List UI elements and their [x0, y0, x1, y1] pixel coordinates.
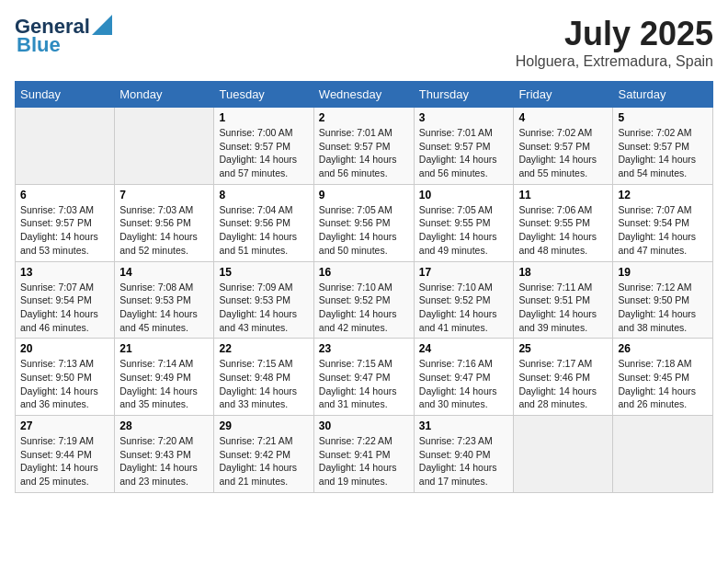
- title-block: July 2025 Holguera, Extremadura, Spain: [516, 15, 713, 70]
- weekday-header: Wednesday: [313, 82, 414, 108]
- month-title: July 2025: [516, 15, 713, 53]
- calendar-cell: 18Sunrise: 7:11 AMSunset: 9:51 PMDayligh…: [514, 261, 613, 339]
- calendar-cell: 5Sunrise: 7:02 AMSunset: 9:57 PMDaylight…: [613, 108, 713, 185]
- calendar-cell: 21Sunrise: 7:14 AMSunset: 9:49 PMDayligh…: [115, 339, 214, 416]
- calendar-week-row: 20Sunrise: 7:13 AMSunset: 9:50 PMDayligh…: [16, 339, 713, 416]
- calendar-week-row: 13Sunrise: 7:07 AMSunset: 9:54 PMDayligh…: [16, 261, 713, 339]
- calendar-body: 1Sunrise: 7:00 AMSunset: 9:57 PMDaylight…: [16, 108, 713, 493]
- day-info: Sunrise: 7:13 AMSunset: 9:50 PMDaylight:…: [20, 357, 109, 411]
- day-info: Sunrise: 7:20 AMSunset: 9:43 PMDaylight:…: [119, 434, 209, 488]
- day-info: Sunrise: 7:12 AMSunset: 9:50 PMDaylight:…: [618, 281, 708, 335]
- day-info: Sunrise: 7:14 AMSunset: 9:49 PMDaylight:…: [119, 357, 209, 411]
- calendar-cell: 11Sunrise: 7:06 AMSunset: 9:55 PMDayligh…: [514, 184, 613, 261]
- day-number: 31: [419, 419, 509, 432]
- logo-blue: Blue: [17, 33, 61, 57]
- calendar-cell: 12Sunrise: 7:07 AMSunset: 9:54 PMDayligh…: [613, 184, 713, 261]
- day-number: 22: [219, 342, 308, 355]
- calendar-cell: 26Sunrise: 7:18 AMSunset: 9:45 PMDayligh…: [613, 339, 713, 416]
- day-info: Sunrise: 7:07 AMSunset: 9:54 PMDaylight:…: [618, 203, 708, 258]
- calendar-cell: 20Sunrise: 7:13 AMSunset: 9:50 PMDayligh…: [16, 339, 115, 416]
- calendar-week-row: 27Sunrise: 7:19 AMSunset: 9:44 PMDayligh…: [16, 416, 713, 493]
- calendar-week-row: 1Sunrise: 7:00 AMSunset: 9:57 PMDaylight…: [16, 108, 713, 185]
- day-info: Sunrise: 7:19 AMSunset: 9:44 PMDaylight:…: [20, 434, 109, 488]
- day-info: Sunrise: 7:01 AMSunset: 9:57 PMDaylight:…: [419, 126, 509, 180]
- page-header: General Blue July 2025 Holguera, Extrema…: [15, 15, 713, 70]
- day-info: Sunrise: 7:10 AMSunset: 9:52 PMDaylight:…: [419, 281, 509, 335]
- day-number: 3: [419, 111, 509, 124]
- day-number: 30: [319, 419, 409, 432]
- calendar-cell: 9Sunrise: 7:05 AMSunset: 9:56 PMDaylight…: [313, 184, 414, 261]
- calendar-cell: 3Sunrise: 7:01 AMSunset: 9:57 PMDaylight…: [414, 108, 514, 185]
- day-number: 25: [518, 342, 608, 355]
- calendar-cell: 22Sunrise: 7:15 AMSunset: 9:48 PMDayligh…: [214, 339, 313, 416]
- day-number: 9: [319, 189, 409, 201]
- calendar-cell: 6Sunrise: 7:03 AMSunset: 9:57 PMDaylight…: [16, 184, 115, 261]
- day-info: Sunrise: 7:02 AMSunset: 9:57 PMDaylight:…: [518, 126, 608, 180]
- day-number: 4: [518, 111, 608, 124]
- day-number: 29: [219, 419, 308, 432]
- day-info: Sunrise: 7:05 AMSunset: 9:55 PMDaylight:…: [419, 203, 509, 258]
- day-number: 11: [518, 189, 608, 201]
- day-number: 2: [319, 111, 409, 124]
- day-number: 19: [618, 266, 708, 279]
- calendar-table: SundayMondayTuesdayWednesdayThursdayFrid…: [15, 81, 713, 493]
- day-info: Sunrise: 7:15 AMSunset: 9:48 PMDaylight:…: [219, 357, 308, 411]
- calendar-cell: 19Sunrise: 7:12 AMSunset: 9:50 PMDayligh…: [613, 261, 713, 339]
- day-number: 16: [319, 266, 409, 279]
- day-info: Sunrise: 7:16 AMSunset: 9:47 PMDaylight:…: [419, 357, 509, 411]
- day-number: 15: [219, 266, 308, 279]
- day-number: 24: [419, 342, 509, 355]
- calendar-cell: 30Sunrise: 7:22 AMSunset: 9:41 PMDayligh…: [313, 416, 414, 493]
- weekday-header: Thursday: [414, 82, 514, 108]
- day-info: Sunrise: 7:10 AMSunset: 9:52 PMDaylight:…: [319, 281, 409, 335]
- day-info: Sunrise: 7:03 AMSunset: 9:57 PMDaylight:…: [20, 203, 109, 258]
- day-number: 14: [119, 266, 209, 279]
- weekday-header: Friday: [514, 82, 613, 108]
- weekday-header: Saturday: [613, 82, 713, 108]
- calendar-cell: 2Sunrise: 7:01 AMSunset: 9:57 PMDaylight…: [313, 108, 414, 185]
- weekday-header: Monday: [115, 82, 214, 108]
- location-title: Holguera, Extremadura, Spain: [516, 53, 713, 70]
- calendar-cell: [16, 108, 115, 185]
- day-number: 12: [618, 189, 708, 201]
- day-number: 18: [518, 266, 608, 279]
- calendar-cell: 31Sunrise: 7:23 AMSunset: 9:40 PMDayligh…: [414, 416, 514, 493]
- calendar-cell: 8Sunrise: 7:04 AMSunset: 9:56 PMDaylight…: [214, 184, 313, 261]
- day-number: 21: [119, 342, 209, 355]
- day-info: Sunrise: 7:05 AMSunset: 9:56 PMDaylight:…: [319, 203, 409, 258]
- calendar-cell: 28Sunrise: 7:20 AMSunset: 9:43 PMDayligh…: [115, 416, 214, 493]
- day-number: 8: [219, 189, 308, 201]
- day-info: Sunrise: 7:21 AMSunset: 9:42 PMDaylight:…: [219, 434, 308, 488]
- day-number: 1: [219, 111, 308, 124]
- calendar-cell: 15Sunrise: 7:09 AMSunset: 9:53 PMDayligh…: [214, 261, 313, 339]
- day-info: Sunrise: 7:04 AMSunset: 9:56 PMDaylight:…: [219, 203, 308, 258]
- calendar-cell: 25Sunrise: 7:17 AMSunset: 9:46 PMDayligh…: [514, 339, 613, 416]
- weekday-header: Sunday: [16, 82, 115, 108]
- calendar-cell: 24Sunrise: 7:16 AMSunset: 9:47 PMDayligh…: [414, 339, 514, 416]
- day-number: 7: [119, 189, 209, 201]
- calendar-cell: [613, 416, 713, 493]
- calendar-cell: 16Sunrise: 7:10 AMSunset: 9:52 PMDayligh…: [313, 261, 414, 339]
- calendar-cell: 7Sunrise: 7:03 AMSunset: 9:56 PMDaylight…: [115, 184, 214, 261]
- day-number: 10: [419, 189, 509, 201]
- logo-icon: [92, 15, 112, 35]
- day-info: Sunrise: 7:06 AMSunset: 9:55 PMDaylight:…: [518, 203, 608, 258]
- day-number: 23: [319, 342, 409, 355]
- calendar-cell: 27Sunrise: 7:19 AMSunset: 9:44 PMDayligh…: [16, 416, 115, 493]
- calendar-week-row: 6Sunrise: 7:03 AMSunset: 9:57 PMDaylight…: [16, 184, 713, 261]
- day-info: Sunrise: 7:07 AMSunset: 9:54 PMDaylight:…: [20, 281, 109, 335]
- day-info: Sunrise: 7:17 AMSunset: 9:46 PMDaylight:…: [518, 357, 608, 411]
- day-number: 13: [20, 266, 109, 279]
- day-info: Sunrise: 7:08 AMSunset: 9:53 PMDaylight:…: [119, 281, 209, 335]
- day-number: 5: [618, 111, 708, 124]
- day-info: Sunrise: 7:23 AMSunset: 9:40 PMDaylight:…: [419, 434, 509, 488]
- calendar-cell: 29Sunrise: 7:21 AMSunset: 9:42 PMDayligh…: [214, 416, 313, 493]
- day-number: 28: [119, 419, 209, 432]
- day-info: Sunrise: 7:02 AMSunset: 9:57 PMDaylight:…: [618, 126, 708, 180]
- calendar-cell: 23Sunrise: 7:15 AMSunset: 9:47 PMDayligh…: [313, 339, 414, 416]
- day-number: 17: [419, 266, 509, 279]
- calendar-header-row: SundayMondayTuesdayWednesdayThursdayFrid…: [16, 82, 713, 108]
- day-info: Sunrise: 7:22 AMSunset: 9:41 PMDaylight:…: [319, 434, 409, 488]
- day-info: Sunrise: 7:01 AMSunset: 9:57 PMDaylight:…: [319, 126, 409, 180]
- svg-marker-0: [92, 15, 112, 35]
